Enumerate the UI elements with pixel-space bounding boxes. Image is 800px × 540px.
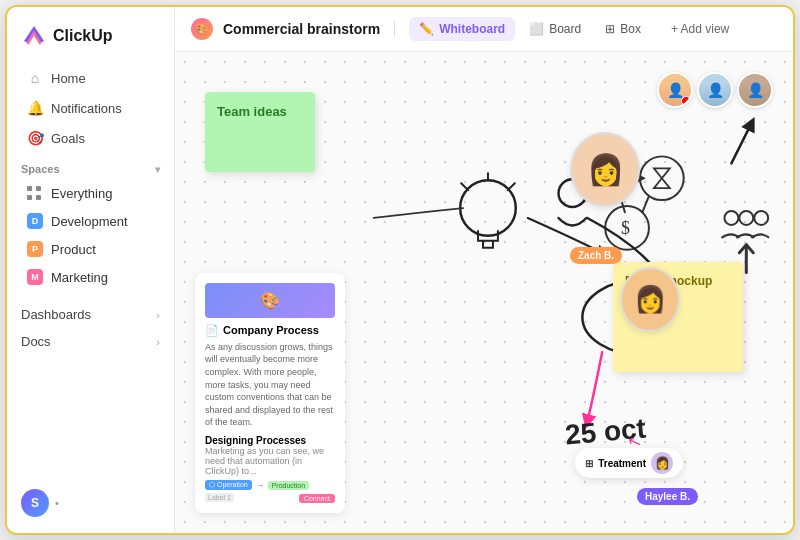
add-view-button[interactable]: + Add view xyxy=(661,17,739,41)
sidebar-item-home[interactable]: ⌂ Home xyxy=(13,63,168,93)
box-tab-icon: ⊞ xyxy=(605,22,615,36)
sidebar-item-notifications[interactable]: 🔔 Notifications xyxy=(13,93,168,123)
doc-card-title: 📄 Company Process xyxy=(205,324,335,337)
doc-card-sub: Marketing as you can see, we need that a… xyxy=(205,446,335,476)
user-row: S • xyxy=(7,479,174,521)
view-tabs: ✏️ Whiteboard ⬜ Board ⊞ Box xyxy=(409,17,651,41)
sidebar-item-docs[interactable]: Docs › xyxy=(7,328,174,355)
docs-label: Docs xyxy=(21,334,51,349)
spaces-section: Spaces ▾ xyxy=(7,153,174,179)
haylee-name-text: Haylee B. xyxy=(645,491,690,502)
sidebar-item-product[interactable]: P Product xyxy=(13,235,168,263)
avatar-2: 👤 xyxy=(697,72,733,108)
doc-card-meta: ⬡ Operation → Production xyxy=(205,480,335,490)
sidebar-item-marketing[interactable]: M Marketing xyxy=(13,263,168,291)
treatment-label-icon: ⊞ xyxy=(585,458,593,469)
canvas-avatar-group: 👤 👤 👤 xyxy=(657,72,773,108)
svg-text:$: $ xyxy=(621,218,630,238)
everything-label: Everything xyxy=(51,186,112,201)
center-avatar: 👩 xyxy=(620,267,680,332)
svg-point-8 xyxy=(754,211,768,225)
dashboards-chevron: › xyxy=(156,309,160,321)
product-icon: P xyxy=(27,241,43,257)
top-right-avatar: 👩 xyxy=(570,132,640,207)
doc-card-body: As any discussion grows, things will eve… xyxy=(205,341,335,429)
add-view-label: + Add view xyxy=(671,22,729,36)
everything-icon xyxy=(27,185,43,201)
spaces-label: Spaces xyxy=(21,163,60,175)
sticky-note-team-ideas[interactable]: Team ideas xyxy=(205,92,315,172)
clickup-logo-icon xyxy=(21,23,47,49)
goals-icon: 🎯 xyxy=(27,130,43,146)
doc-card-section: Designing Processes xyxy=(205,435,335,446)
chevron-icon: ▾ xyxy=(155,164,160,175)
sidebar-item-goals[interactable]: 🎯 Goals xyxy=(13,123,168,153)
sidebar-goals-label: Goals xyxy=(51,131,85,146)
whiteboard-tab-label: Whiteboard xyxy=(439,22,505,36)
home-icon: ⌂ xyxy=(27,70,43,86)
whiteboard-tab-icon: ✏️ xyxy=(419,22,434,36)
main-content: 🎨 Commercial brainstorm ✏️ Whiteboard ⬜ … xyxy=(175,7,793,533)
tab-whiteboard[interactable]: ✏️ Whiteboard xyxy=(409,17,515,41)
board-tab-label: Board xyxy=(549,22,581,36)
whiteboard-canvas[interactable]: $ xyxy=(175,52,793,533)
avatar-3: 👤 xyxy=(737,72,773,108)
svg-point-3 xyxy=(640,156,684,200)
sidebar-item-everything[interactable]: Everything xyxy=(13,179,168,207)
marketing-icon: M xyxy=(27,269,43,285)
avatar-1: 👤 xyxy=(657,72,693,108)
app-name: ClickUp xyxy=(53,27,113,45)
sidebar-logo: ClickUp xyxy=(7,19,174,63)
marketing-label: Marketing xyxy=(51,270,108,285)
svg-point-6 xyxy=(724,211,738,225)
treatment-label[interactable]: ⊞ Treatment 👩 xyxy=(575,448,683,478)
sidebar-item-development[interactable]: D Development xyxy=(13,207,168,235)
zach-label: Zach B. xyxy=(570,247,622,264)
svg-point-0 xyxy=(460,180,516,236)
tab-box[interactable]: ⊞ Box xyxy=(595,17,651,41)
sidebar-home-label: Home xyxy=(51,71,86,86)
doc-card-title-text: Company Process xyxy=(223,324,319,336)
svg-point-4 xyxy=(605,206,649,250)
page-icon: 🎨 xyxy=(191,18,213,40)
product-label: Product xyxy=(51,242,96,257)
sidebar-item-dashboards[interactable]: Dashboards › xyxy=(7,301,174,328)
zach-name-text: Zach B. xyxy=(578,250,614,261)
user-avatar: S xyxy=(21,489,49,517)
sidebar-notifications-label: Notifications xyxy=(51,101,122,116)
board-tab-icon: ⬜ xyxy=(529,22,544,36)
header-divider xyxy=(394,21,395,37)
svg-point-7 xyxy=(739,211,753,225)
treatment-text: Treatment xyxy=(598,458,646,469)
treatment-avatar: 👩 xyxy=(651,452,673,474)
dashboards-label: Dashboards xyxy=(21,307,91,322)
doc-card-banner: 🎨 xyxy=(205,283,335,318)
development-icon: D xyxy=(27,213,43,229)
doc-card[interactable]: 🎨 📄 Company Process As any discussion gr… xyxy=(195,273,345,513)
tab-board[interactable]: ⬜ Board xyxy=(519,17,591,41)
haylee-label: Haylee B. xyxy=(637,488,698,505)
bell-icon: 🔔 xyxy=(27,100,43,116)
app-container: ClickUp ⌂ Home 🔔 Notifications 🎯 Goals S… xyxy=(5,5,795,535)
sticky-green-text: Team ideas xyxy=(217,104,287,119)
main-header: 🎨 Commercial brainstorm ✏️ Whiteboard ⬜ … xyxy=(175,7,793,52)
user-status-dot: • xyxy=(55,497,59,509)
doc-card-footer: Label 1 Connect xyxy=(205,494,335,501)
box-tab-label: Box xyxy=(620,22,641,36)
docs-chevron: › xyxy=(156,336,160,348)
development-label: Development xyxy=(51,214,128,229)
sidebar: ClickUp ⌂ Home 🔔 Notifications 🎯 Goals S… xyxy=(7,7,175,533)
page-title: Commercial brainstorm xyxy=(223,21,380,37)
